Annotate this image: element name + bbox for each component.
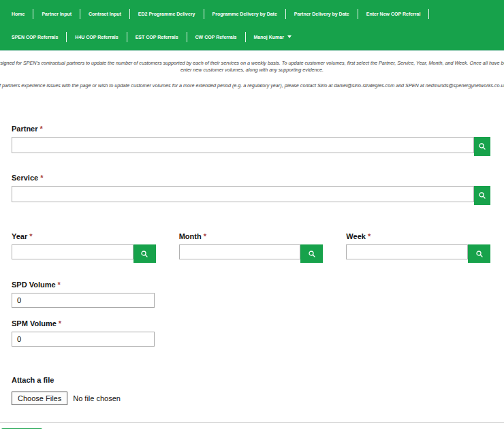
bottom-divider	[0, 422, 504, 423]
search-icon	[308, 250, 316, 258]
month-input[interactable]	[179, 244, 301, 259]
year-month-week-row: Year* Month* Week*	[12, 232, 490, 263]
month-lookup-row	[179, 244, 324, 263]
nav-item-enter-new-cop-referral[interactable]: Enter New COP Referral	[366, 11, 421, 17]
month-label: Month*	[179, 232, 324, 241]
contact-paragraph: If partners experience issues with the p…	[0, 82, 504, 89]
nav-divider	[285, 9, 286, 19]
required-marker: *	[368, 232, 371, 240]
nav-item-programme-delivery-by-date[interactable]: Programme Delivery by Date	[212, 11, 277, 17]
week-input[interactable]	[346, 244, 468, 259]
attach-file-field-group: Attach a file Choose Files No file chose…	[12, 376, 490, 405]
nav-item-contract-input[interactable]: Contract Input	[89, 11, 121, 17]
spd-volume-label-text: SPD Volume	[12, 281, 56, 289]
top-navbar: Home Partner Input Contract Input ED2 Pr…	[0, 0, 504, 51]
year-input[interactable]	[12, 244, 133, 259]
nav-row-secondary: SPEN COP Referrals H4U COP Referrals EST…	[12, 32, 504, 42]
spm-volume-field-group: SPM Volume*	[12, 319, 490, 347]
nav-divider	[127, 32, 127, 42]
contact-line: If partners experience issues with the p…	[0, 82, 504, 89]
partner-input-form: Partner* Service* Year*	[0, 125, 504, 405]
week-field-group: Week*	[346, 232, 490, 263]
nav-item-h4u-cop-referrals[interactable]: H4U COP Referrals	[75, 34, 118, 40]
nav-divider	[358, 9, 358, 19]
nav-item-partner-input[interactable]: Partner Input	[42, 11, 72, 17]
intro-line-1: This tab is designed for SPEN's contract…	[0, 60, 504, 67]
nav-item-est-cop-referrals[interactable]: EST COP Referrals	[136, 34, 178, 40]
spm-volume-label-text: SPM Volume	[12, 319, 57, 328]
nav-divider	[187, 32, 187, 42]
user-menu[interactable]: Manoj Kumar	[254, 34, 292, 40]
required-marker: *	[204, 232, 206, 240]
partner-lookup-row	[12, 137, 490, 156]
nav-item-spen-cop-referrals[interactable]: SPEN COP Referrals	[12, 34, 58, 40]
week-label: Week*	[346, 232, 490, 241]
service-input[interactable]	[12, 186, 474, 202]
partner-search-button[interactable]	[474, 137, 490, 156]
spd-volume-input[interactable]	[12, 293, 155, 308]
nav-divider	[428, 9, 429, 19]
nav-divider	[129, 9, 130, 19]
choose-files-button[interactable]: Choose Files	[12, 392, 67, 405]
search-icon	[475, 250, 484, 258]
year-field-group: Year*	[12, 232, 156, 263]
week-label-text: Week	[346, 232, 366, 240]
search-icon	[478, 191, 486, 200]
search-icon	[478, 142, 486, 150]
nav-divider	[66, 32, 67, 42]
nav-item-cw-cop-referrals[interactable]: CW COP Referrals	[195, 34, 237, 40]
required-marker: *	[40, 125, 43, 133]
partner-label-text: Partner	[12, 125, 38, 133]
attach-file-label: Attach a file	[12, 376, 490, 385]
week-lookup-row	[346, 244, 490, 263]
required-marker: *	[58, 281, 61, 289]
service-label-text: Service	[12, 174, 38, 182]
required-marker: *	[40, 174, 43, 182]
service-field-group: Service*	[12, 174, 490, 205]
week-search-button[interactable]	[468, 244, 490, 263]
service-label: Service*	[12, 174, 490, 182]
nav-row-primary: Home Partner Input Contract Input ED2 Pr…	[12, 9, 504, 19]
file-input: Choose Files No file chosen	[12, 392, 490, 405]
user-menu-label: Manoj Kumar	[254, 34, 284, 40]
year-label: Year*	[12, 232, 156, 241]
nav-item-ed2-programme-delivery[interactable]: ED2 Programme Delivery	[138, 11, 195, 17]
spm-volume-label: SPM Volume*	[12, 319, 490, 328]
year-lookup-row	[12, 244, 156, 263]
attach-file-label-text: Attach a file	[12, 376, 54, 384]
month-search-button[interactable]	[300, 244, 323, 263]
month-label-text: Month	[179, 232, 202, 240]
service-search-button[interactable]	[474, 186, 490, 205]
month-field-group: Month*	[179, 232, 324, 263]
nav-item-home[interactable]: Home	[12, 11, 25, 17]
intro-line-2: enter new customer volumes, along with a…	[180, 67, 324, 74]
partner-field-group: Partner*	[12, 125, 490, 156]
intro-paragraph: This tab is designed for SPEN's contract…	[0, 60, 504, 74]
partner-label: Partner*	[12, 125, 490, 133]
required-marker: *	[29, 232, 32, 240]
spd-volume-label: SPD Volume*	[12, 281, 490, 289]
file-chosen-status: No file chosen	[73, 394, 121, 402]
nav-divider	[245, 32, 246, 42]
nav-divider	[80, 9, 80, 19]
nav-item-partner-delivery-by-date[interactable]: Partner Delivery by Date	[294, 11, 349, 17]
partner-input[interactable]	[12, 137, 474, 153]
required-marker: *	[59, 319, 61, 328]
year-search-button[interactable]	[133, 244, 156, 263]
nav-divider	[33, 9, 33, 19]
search-icon	[140, 250, 148, 258]
year-label-text: Year	[12, 232, 27, 240]
spm-volume-input[interactable]	[12, 332, 155, 347]
service-lookup-row	[12, 186, 490, 205]
nav-divider	[204, 9, 204, 19]
spd-volume-field-group: SPD Volume*	[12, 281, 490, 308]
caret-down-icon	[287, 35, 292, 38]
